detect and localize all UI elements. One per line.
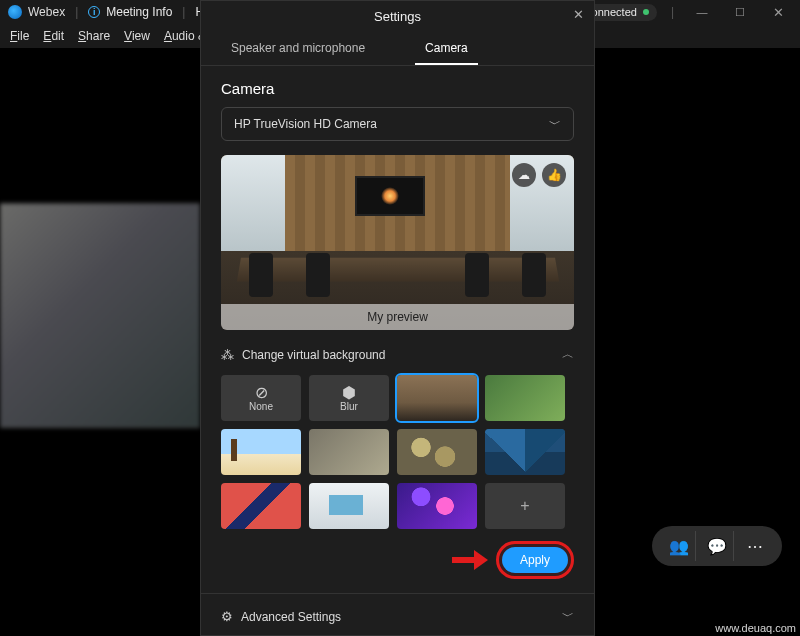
chat-button[interactable]: 💬 — [700, 531, 734, 561]
status-dot-icon — [643, 9, 649, 15]
preview-window-left — [221, 155, 285, 251]
settings-title: Settings — [374, 9, 421, 24]
chevron-down-icon: ﹀ — [549, 116, 561, 133]
advanced-settings-label: Advanced Settings — [241, 610, 341, 624]
chat-icon: 💬 — [707, 537, 727, 556]
window-maximize-button[interactable]: ☐ — [726, 6, 754, 19]
menu-file[interactable]: File — [10, 29, 29, 43]
bg-option-office[interactable] — [309, 483, 389, 529]
meeting-quick-actions: 👥 💬 ⋯ — [652, 526, 782, 566]
settings-tabs: Speaker and microphone Camera — [201, 31, 594, 66]
magic-wand-icon: ⁂ — [221, 347, 234, 362]
participants-icon: 👥 — [669, 537, 689, 556]
plus-icon: + — [520, 498, 529, 514]
tab-camera[interactable]: Camera — [415, 35, 478, 65]
webex-logo-icon — [8, 5, 22, 19]
window-close-button[interactable]: ✕ — [764, 5, 792, 20]
blur-icon: ⬢ — [342, 385, 356, 401]
bg-option-bokeh[interactable] — [397, 429, 477, 475]
virtual-bg-label: Change virtual background — [242, 348, 385, 362]
bg-option-beach[interactable] — [221, 429, 301, 475]
virtual-bg-header[interactable]: ⁂ Change virtual background ︿ — [221, 346, 574, 363]
bg-option-none[interactable]: ⊘ None — [221, 375, 301, 421]
tab-speaker-mic[interactable]: Speaker and microphone — [221, 35, 375, 65]
meeting-stage: Settings ✕ Speaker and microphone Camera… — [0, 48, 800, 636]
preview-table — [237, 257, 559, 280]
like-bg-button[interactable]: 👍 — [542, 163, 566, 187]
app-brand: Webex — [28, 5, 65, 19]
more-options-button[interactable]: ⋯ — [738, 531, 772, 561]
camera-select-value: HP TrueVision HD Camera — [234, 117, 377, 131]
preview-chair — [465, 253, 489, 297]
bg-option-add[interactable]: + — [485, 483, 565, 529]
apply-button[interactable]: Apply — [502, 547, 568, 573]
settings-panel: Settings ✕ Speaker and microphone Camera… — [200, 0, 595, 636]
menu-edit[interactable]: Edit — [43, 29, 64, 43]
self-view-blurred — [0, 203, 200, 428]
none-icon: ⊘ — [255, 385, 268, 401]
meeting-info-label[interactable]: Meeting Info — [106, 5, 172, 19]
cloud-download-icon: ☁ — [518, 168, 530, 182]
separator-icon: | — [75, 5, 78, 19]
bg-option-red-stripes[interactable] — [221, 483, 301, 529]
bg-option-label: Blur — [340, 401, 358, 412]
gear-icon: ⚙ — [221, 609, 233, 624]
bg-option-green-garden[interactable] — [485, 375, 565, 421]
virtual-bg-grid: ⊘ None ⬢ Blur + — [221, 375, 574, 529]
preview-chair — [249, 253, 273, 297]
bg-option-haze[interactable] — [309, 429, 389, 475]
bg-option-galaxy[interactable] — [397, 483, 477, 529]
camera-section-heading: Camera — [221, 80, 574, 97]
info-icon: i — [88, 6, 100, 18]
preview-chair — [522, 253, 546, 297]
settings-close-button[interactable]: ✕ — [573, 7, 584, 22]
apply-row: Apply — [221, 541, 574, 579]
preview-chair — [306, 253, 330, 297]
preview-tv — [355, 176, 425, 216]
bg-option-mountains[interactable] — [485, 429, 565, 475]
thumbs-up-icon: 👍 — [547, 168, 562, 182]
preview-caption: My preview — [221, 304, 574, 330]
watermark: www.deuaq.com — [715, 622, 796, 634]
bg-option-label: None — [249, 401, 273, 412]
bg-option-conference-room[interactable] — [397, 375, 477, 421]
camera-preview: ☁ 👍 My preview — [221, 155, 574, 330]
advanced-settings-row[interactable]: ⚙ Advanced Settings ﹀ — [221, 594, 574, 625]
separator-icon: | — [671, 5, 674, 19]
settings-header: Settings ✕ — [201, 1, 594, 31]
bg-option-blur[interactable]: ⬢ Blur — [309, 375, 389, 421]
callout-arrow-icon — [452, 552, 488, 568]
separator-icon: | — [182, 5, 185, 19]
camera-select[interactable]: HP TrueVision HD Camera ﹀ — [221, 107, 574, 141]
window-minimize-button[interactable]: — — [688, 6, 716, 18]
settings-body: Camera HP TrueVision HD Camera ﹀ ☁ — [201, 66, 594, 635]
participants-button[interactable]: 👥 — [662, 531, 696, 561]
menu-view[interactable]: View — [124, 29, 150, 43]
apply-highlight: Apply — [496, 541, 574, 579]
chevron-up-icon: ︿ — [562, 346, 574, 363]
chevron-down-icon: ﹀ — [562, 608, 574, 625]
download-bg-button[interactable]: ☁ — [512, 163, 536, 187]
menu-share[interactable]: Share — [78, 29, 110, 43]
more-icon: ⋯ — [747, 537, 763, 556]
